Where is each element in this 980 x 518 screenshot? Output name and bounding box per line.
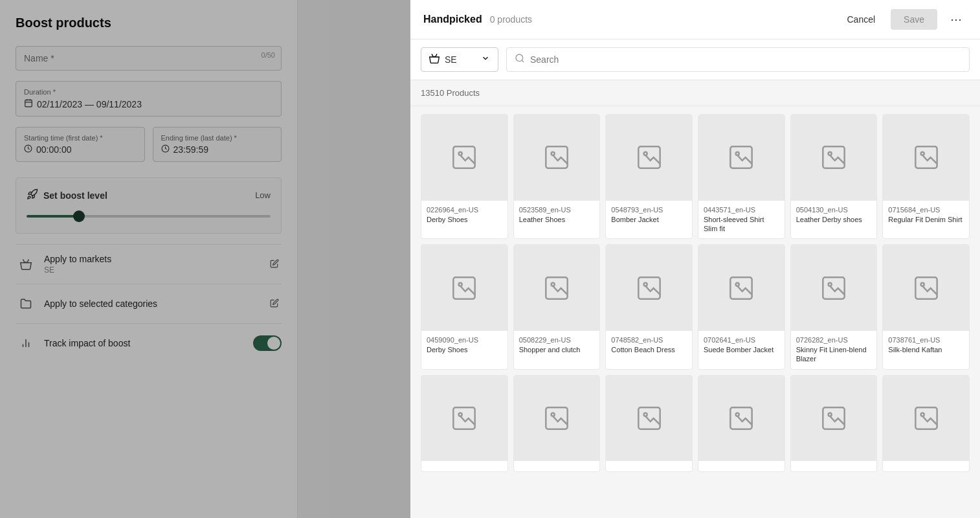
product-name: Derby Shoes: [427, 345, 502, 354]
modal-toolbar: SE: [410, 39, 980, 80]
modal-count: 0 products: [490, 14, 532, 25]
product-info: 0443571_en-USShort-sleeved Shirt Slim fi…: [698, 201, 785, 239]
product-image: [421, 245, 507, 331]
svg-rect-11: [454, 147, 475, 168]
svg-point-14: [551, 152, 555, 155]
product-info: 0459090_en-USDerby Shoes: [421, 331, 507, 359]
product-name: Silk-blend Kaftan: [888, 345, 964, 354]
product-sku: 0702641_en-US: [704, 336, 779, 344]
svg-rect-35: [454, 407, 475, 429]
save-button[interactable]: Save: [891, 9, 937, 30]
product-card[interactable]: 0715684_en-USRegular Fit Denim Shirt: [882, 114, 970, 239]
product-card[interactable]: 0523589_en-USLeather Shoes: [513, 114, 601, 239]
product-name: Leather Derby shoes: [796, 215, 872, 224]
product-image: [883, 115, 969, 201]
product-sku: 0748582_en-US: [611, 336, 687, 344]
product-name: Regular Fit Denim Shirt: [888, 215, 964, 224]
products-row-2: 0459090_en-USDerby Shoes 0508229_en-USSh…: [421, 244, 970, 369]
svg-point-20: [829, 152, 832, 155]
product-sku: 0726282_en-US: [796, 336, 872, 344]
product-info: [883, 461, 969, 471]
product-card[interactable]: 0459090_en-USDerby Shoes: [421, 244, 508, 369]
svg-point-32: [829, 282, 832, 286]
svg-rect-33: [915, 277, 937, 298]
products-grid: 0226964_en-USDerby Shoes 0523589_en-USLe…: [410, 106, 980, 518]
svg-point-30: [736, 282, 739, 286]
product-sku: 0443571_en-US: [704, 206, 779, 214]
svg-rect-13: [546, 147, 567, 168]
svg-point-9: [516, 54, 523, 62]
product-image: [698, 376, 785, 462]
product-card[interactable]: 0508229_en-USShopper and clutch: [513, 244, 601, 369]
product-card[interactable]: 0504130_en-USLeather Derby shoes: [790, 114, 878, 239]
svg-point-40: [643, 413, 647, 416]
product-sku: 0715684_en-US: [888, 206, 964, 214]
svg-point-24: [459, 282, 462, 286]
product-image: [514, 376, 600, 462]
svg-rect-39: [638, 407, 660, 429]
product-card[interactable]: [790, 375, 878, 473]
svg-point-16: [643, 152, 647, 155]
svg-rect-29: [731, 277, 752, 298]
product-info: 0748582_en-USCotton Beach Dress: [606, 331, 692, 359]
svg-rect-15: [638, 147, 660, 168]
product-card[interactable]: [421, 375, 508, 473]
svg-point-26: [551, 282, 555, 286]
product-card[interactable]: 0443571_en-USShort-sleeved Shirt Slim fi…: [698, 114, 785, 239]
svg-rect-43: [823, 407, 844, 429]
product-card[interactable]: [513, 375, 601, 473]
product-card[interactable]: [698, 375, 785, 473]
product-info: [421, 461, 507, 471]
search-input[interactable]: [530, 54, 961, 65]
product-info: 0702641_en-USSuede Bomber Jacket: [698, 331, 785, 359]
modal-actions: Cancel Save ⋯: [839, 9, 967, 30]
products-row-3: [421, 375, 970, 473]
product-card[interactable]: 0726282_en-USSkinny Fit Linen-blend Blaz…: [790, 244, 878, 369]
product-card[interactable]: [605, 375, 693, 473]
cancel-button[interactable]: Cancel: [839, 9, 883, 30]
product-info: 0726282_en-USSkinny Fit Linen-blend Blaz…: [791, 331, 877, 369]
product-card[interactable]: [882, 375, 970, 473]
svg-rect-31: [823, 277, 844, 298]
product-image: [606, 376, 692, 462]
product-name: Bomber Jacket: [611, 215, 687, 224]
svg-rect-21: [915, 147, 937, 168]
product-sku: 0226964_en-US: [427, 206, 502, 214]
modal-header: Handpicked 0 products Cancel Save ⋯: [410, 0, 980, 39]
product-image: [791, 376, 877, 462]
product-info: 0738761_en-USSilk-blend Kaftan: [883, 331, 969, 359]
more-options-button[interactable]: ⋯: [945, 10, 967, 29]
svg-rect-25: [546, 277, 567, 298]
svg-rect-19: [823, 147, 844, 168]
modal-title: Handpicked: [423, 14, 482, 25]
product-card[interactable]: 0702641_en-USSuede Bomber Jacket: [698, 244, 785, 369]
svg-point-22: [920, 152, 924, 155]
product-image: [514, 245, 600, 331]
chevron-down-icon: [481, 54, 490, 65]
product-card[interactable]: 0738761_en-USSilk-blend Kaftan: [882, 244, 970, 369]
product-info: 0504130_en-USLeather Derby shoes: [791, 201, 877, 229]
product-info: 0715684_en-USRegular Fit Denim Shirt: [883, 201, 969, 229]
product-card[interactable]: 0748582_en-USCotton Beach Dress: [605, 244, 693, 369]
svg-rect-37: [546, 407, 567, 429]
product-name: Cotton Beach Dress: [611, 345, 687, 354]
product-info: 0523589_en-USLeather Shoes: [514, 201, 600, 229]
product-card[interactable]: 0548793_en-USBomber Jacket: [605, 114, 693, 239]
search-icon: [515, 53, 525, 66]
svg-rect-27: [638, 277, 660, 298]
svg-point-12: [459, 152, 462, 155]
svg-rect-23: [454, 277, 475, 298]
product-card[interactable]: 0226964_en-USDerby Shoes: [421, 114, 508, 239]
product-image: [421, 115, 507, 201]
product-info: 0548793_en-USBomber Jacket: [606, 201, 692, 229]
market-selector[interactable]: SE: [421, 47, 498, 72]
product-sku: 0738761_en-US: [888, 336, 964, 344]
product-name: Shopper and clutch: [519, 345, 595, 354]
product-image: [791, 245, 877, 331]
product-info: [514, 461, 600, 471]
market-selector-label: SE: [445, 54, 476, 65]
product-image: [883, 376, 969, 462]
modal-overlay: Handpicked 0 products Cancel Save ⋯ SE: [0, 0, 980, 518]
product-image: [698, 245, 785, 331]
svg-point-38: [551, 413, 555, 416]
